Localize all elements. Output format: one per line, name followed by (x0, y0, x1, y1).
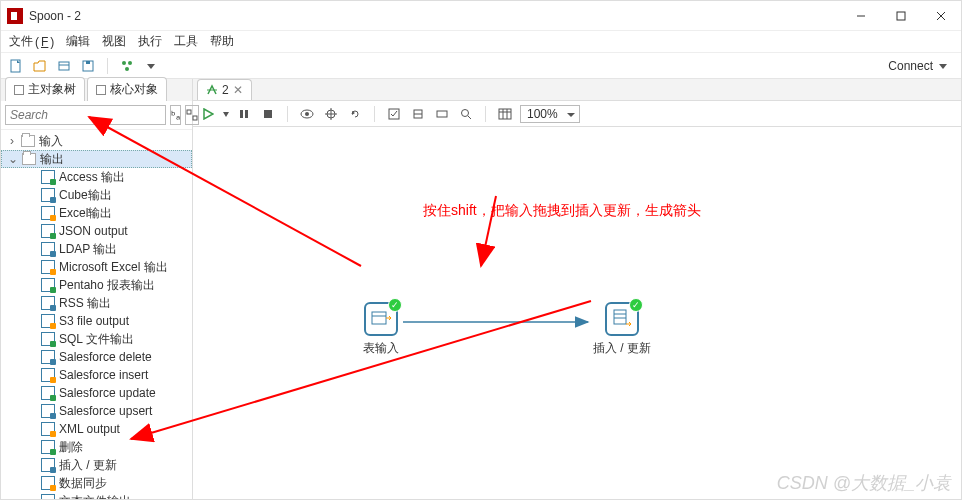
main-area: 2 ✕ 100% (193, 79, 961, 500)
hop-overlay (193, 127, 961, 500)
connect-label: Connect (888, 59, 933, 73)
svg-rect-12 (187, 110, 191, 114)
show-results-button[interactable] (496, 105, 514, 123)
new-file-button[interactable] (7, 57, 25, 75)
menu-help[interactable]: 帮助 (210, 33, 234, 50)
svg-rect-36 (614, 310, 626, 324)
tree-leaf-label: Salesforce delete (59, 350, 152, 364)
tab-core-objects[interactable]: 核心对象 (87, 77, 167, 101)
tree-leaf[interactable]: JSON output (1, 222, 192, 240)
minimize-button[interactable] (847, 6, 875, 26)
step-table-input[interactable]: ✓ 表输入 (363, 302, 399, 357)
menubar: 文件(F) 编辑 视图 执行 工具 帮助 (1, 31, 961, 53)
dropdown-button[interactable] (142, 57, 160, 75)
step-icon (41, 368, 55, 382)
tree-leaf[interactable]: Salesforce upsert (1, 402, 192, 420)
check-badge-icon: ✓ (629, 298, 643, 312)
perspective-button[interactable] (118, 57, 136, 75)
tree: › 输入 ⌄ 输出 Access 输出Cube输出Excel输出JSON out… (1, 130, 192, 500)
open-button[interactable] (31, 57, 49, 75)
tree-leaf[interactable]: LDAP 输出 (1, 240, 192, 258)
check-button[interactable] (385, 105, 403, 123)
expand-icon: › (7, 134, 17, 148)
stop-button[interactable] (259, 105, 277, 123)
explore-button[interactable] (457, 105, 475, 123)
step-icon (41, 206, 55, 220)
run-button[interactable] (199, 105, 217, 123)
search-input[interactable] (5, 105, 166, 125)
tab-close-icon[interactable]: ✕ (233, 83, 243, 97)
tree-leaf[interactable]: XML output (1, 420, 192, 438)
step-icon (41, 260, 55, 274)
tree-leaf[interactable]: RSS 输出 (1, 294, 192, 312)
tree-leaf[interactable]: 文本文件输出 (1, 492, 192, 500)
collapse-icon: ⌄ (8, 152, 18, 166)
connect-button[interactable]: Connect (888, 59, 955, 73)
tree-leaf[interactable]: S3 file output (1, 312, 192, 330)
tree-leaf-label: SQL 文件输出 (59, 331, 134, 348)
tree-leaf-label: Salesforce upsert (59, 404, 152, 418)
step-icon (41, 188, 55, 202)
tab-icon (96, 85, 106, 95)
step-insert-update[interactable]: ✓ 插入 / 更新 (593, 302, 651, 357)
tree-leaf[interactable]: SQL 文件输出 (1, 330, 192, 348)
tree-leaf[interactable]: Pentaho 报表输出 (1, 276, 192, 294)
pause-button[interactable] (235, 105, 253, 123)
impact-button[interactable] (409, 105, 427, 123)
tree-leaf[interactable]: Cube输出 (1, 186, 192, 204)
tree-leaf[interactable]: Salesforce update (1, 384, 192, 402)
step-icon (41, 440, 55, 454)
tree-leaf[interactable]: 删除 (1, 438, 192, 456)
canvas[interactable]: ✓ 表输入 ✓ 插入 / 更新 按住shift，把输入拖拽到插入更新，生成箭头 (193, 127, 961, 500)
table-input-icon (370, 308, 392, 330)
svg-rect-17 (264, 110, 272, 118)
tree-leaf[interactable]: Salesforce delete (1, 348, 192, 366)
sidebar: 主对象树 核心对象 ᵇₐ › 输入 ⌄ 输出 Access 输出Cube输出Ex… (1, 79, 193, 500)
check-badge-icon: ✓ (388, 298, 402, 312)
svg-rect-5 (59, 62, 69, 70)
menu-file[interactable]: 文件(F) (9, 33, 54, 50)
step-icon (41, 170, 55, 184)
app-icon (7, 8, 23, 24)
tree-leaf-label: JSON output (59, 224, 128, 238)
step-icon (41, 278, 55, 292)
tree-leaf[interactable]: Access 输出 (1, 168, 192, 186)
menu-tools[interactable]: 工具 (174, 33, 198, 50)
tab-main-tree[interactable]: 主对象树 (5, 77, 85, 101)
annotation-text: 按住shift，把输入拖拽到插入更新，生成箭头 (423, 202, 701, 220)
canvas-tab[interactable]: 2 ✕ (197, 79, 252, 100)
tree-leaf[interactable]: Microsoft Excel 输出 (1, 258, 192, 276)
svg-rect-34 (372, 312, 386, 324)
tree-leaf[interactable]: Excel输出 (1, 204, 192, 222)
tree-folder-input[interactable]: › 输入 (1, 132, 192, 150)
svg-rect-15 (240, 110, 243, 118)
menu-view[interactable]: 视图 (102, 33, 126, 50)
menu-run[interactable]: 执行 (138, 33, 162, 50)
tree-leaf-label: Microsoft Excel 输出 (59, 259, 168, 276)
tab-icon (14, 85, 24, 95)
expand-toggle-button[interactable]: ᵇₐ (170, 105, 181, 125)
step-icon (41, 314, 55, 328)
tree-leaf-label: S3 file output (59, 314, 129, 328)
maximize-button[interactable] (887, 6, 915, 26)
tree-leaf[interactable]: Salesforce insert (1, 366, 192, 384)
repository-button[interactable] (55, 57, 73, 75)
debug-button[interactable] (322, 105, 340, 123)
preview-button[interactable] (298, 105, 316, 123)
sql-button[interactable] (433, 105, 451, 123)
tree-leaf[interactable]: 插入 / 更新 (1, 456, 192, 474)
menu-edit[interactable]: 编辑 (66, 33, 90, 50)
save-button[interactable] (79, 57, 97, 75)
tree-leaf[interactable]: 数据同步 (1, 474, 192, 492)
close-button[interactable] (927, 6, 955, 26)
tree-leaf-label: Salesforce insert (59, 368, 148, 382)
svg-rect-26 (437, 111, 447, 117)
watermark: CSDN @大数据_小袁 (777, 471, 951, 495)
replay-button[interactable] (346, 105, 364, 123)
window-title: Spoon - 2 (29, 9, 81, 23)
tree-folder-output[interactable]: ⌄ 输出 (1, 150, 192, 168)
step-icon (41, 494, 55, 500)
zoom-select[interactable]: 100% (520, 105, 580, 123)
insert-update-icon (611, 308, 633, 330)
step-icon (41, 386, 55, 400)
